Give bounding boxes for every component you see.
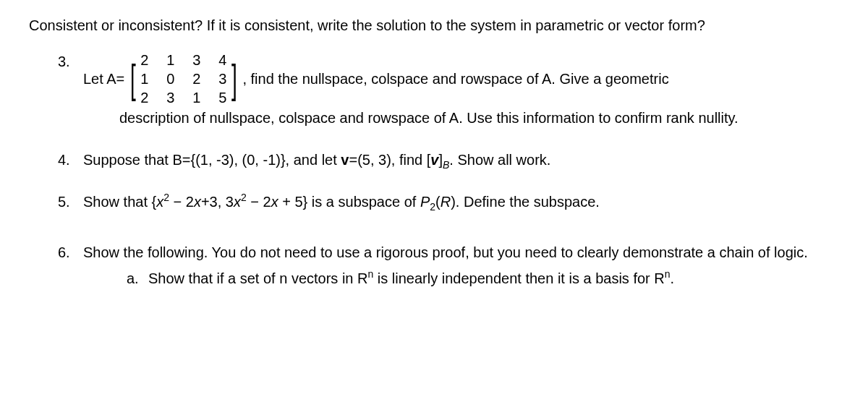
p5-x4: x <box>271 194 278 210</box>
m-1-1: 0 <box>165 69 176 88</box>
p5-r: R <box>441 194 451 210</box>
p5-p: P <box>420 194 430 210</box>
p6a-text3: . <box>671 270 675 286</box>
problem-4: 4. Suppose that B={(1, -3), (0, -1)}, an… <box>29 149 839 171</box>
p4-v-italic: v <box>430 152 438 168</box>
problem-5: 5. Show that {x2 − 2x+3, 3x2 − 2x + 5} i… <box>29 191 839 213</box>
p5-sub2: 2 <box>430 201 435 213</box>
m-2-0: 2 <box>139 88 150 107</box>
m-0-2: 3 <box>191 51 203 69</box>
m-0-3: 4 <box>217 51 229 69</box>
m-2-3: 5 <box>217 88 229 107</box>
m-2-1: 3 <box>165 88 176 107</box>
p5-text5: ). Define the subspace. <box>451 194 600 210</box>
p5-text1: Show that { <box>83 194 156 210</box>
p3-continuation: description of nullspace, colspace and r… <box>83 107 839 129</box>
p4-text3: . Show all work. <box>449 152 550 168</box>
p4-sub-b: B <box>443 159 449 171</box>
m-2-2: 1 <box>191 88 203 107</box>
problem-6-body: Show the following. You do not need to u… <box>83 241 839 289</box>
problem-4-body: Suppose that B={(1, -3), (0, -1)}, and l… <box>83 149 839 171</box>
p6-sub-a-label: a. <box>127 268 148 289</box>
m-0-1: 1 <box>165 51 176 69</box>
p5-x3: x <box>234 194 241 210</box>
p5-text2a: − 2 <box>169 194 194 210</box>
problem-3: 3. Let A= [ 2 1 3 4 1 0 2 3 <box>29 51 839 129</box>
problem-4-number: 4. <box>58 149 83 171</box>
p4-text1: Suppose that B={(1, -3), (0, -1)}, and l… <box>83 152 341 168</box>
m-1-2: 2 <box>191 69 203 88</box>
p6a-sup2: n <box>665 268 671 280</box>
p6a-text2: is linearly independent then it is a bas… <box>373 270 664 286</box>
right-bracket-icon: ] <box>231 61 237 97</box>
problem-6: 6. Show the following. You do not need t… <box>29 241 839 289</box>
p3-text-before: Let A= <box>83 68 124 90</box>
problem-6-number: 6. <box>58 241 83 289</box>
p5-x1: x <box>156 194 163 210</box>
problem-3-number: 3. <box>58 51 83 129</box>
p5-sq1: 2 <box>163 192 169 203</box>
p6-text: Show the following. You do not need to u… <box>83 241 839 263</box>
p3-text-after: , find the nullspace, colspace and rowsp… <box>242 68 668 90</box>
problem-5-number: 5. <box>58 191 83 213</box>
left-bracket-icon: [ <box>130 61 136 97</box>
p4-v-bold: v <box>341 152 349 168</box>
p6a-text1: Show that if a set of n vectors in R <box>148 270 367 286</box>
p5-x2: x <box>194 194 201 210</box>
m-1-3: 3 <box>217 69 229 88</box>
p5-text3: − 2 <box>247 194 271 210</box>
p5-text4: + 5} is a subspace of <box>278 194 420 210</box>
problem-3-body: Let A= [ 2 1 3 4 1 0 2 3 <box>83 51 839 129</box>
matrix-a: [ 2 1 3 4 1 0 2 3 2 <box>127 51 239 107</box>
p5-textx: +3, 3 <box>201 194 234 210</box>
problem-5-body: Show that {x2 − 2x+3, 3x2 − 2x + 5} is a… <box>83 191 839 213</box>
p4-text2: =(5, 3), find <box>349 152 426 168</box>
p5-sq2: 2 <box>241 192 247 203</box>
m-1-0: 1 <box>139 69 150 88</box>
p6-sub-a-body: Show that if a set of n vectors in Rn is… <box>148 268 674 289</box>
m-0-0: 2 <box>139 51 150 69</box>
preamble-text: Consistent or inconsistent? If it is con… <box>29 14 839 36</box>
